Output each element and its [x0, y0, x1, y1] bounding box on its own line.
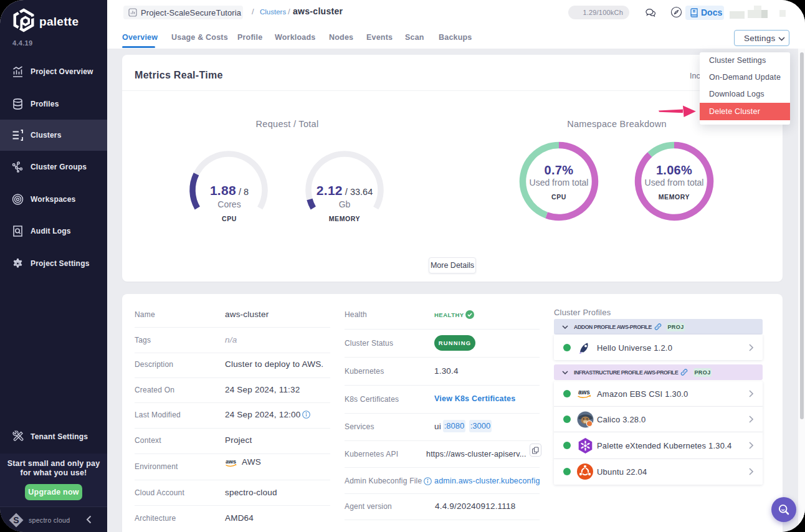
svg-text:aws: aws [578, 389, 590, 396]
svg-text:aws: aws [226, 458, 236, 465]
svg-text:S: S [13, 515, 19, 525]
